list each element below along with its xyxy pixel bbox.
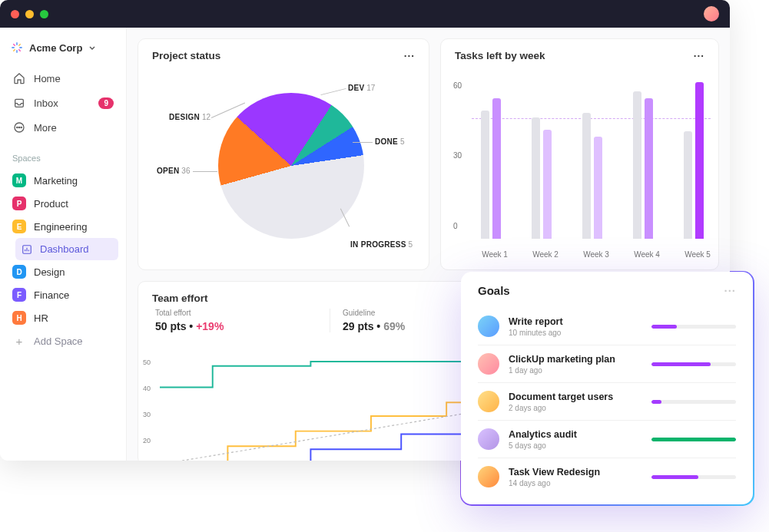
y-tick: 20 bbox=[143, 437, 151, 444]
card-menu-icon[interactable]: ··· bbox=[404, 50, 415, 61]
nav-label: More bbox=[34, 122, 57, 134]
goal-ago: 10 minutes ago bbox=[509, 329, 642, 337]
nav-inbox[interactable]: Inbox 9 bbox=[8, 91, 118, 115]
goal-row[interactable]: Analytics audit5 days ago bbox=[478, 420, 736, 458]
svg-line-7 bbox=[18, 44, 20, 45]
pie-label: DESIGN 12 bbox=[169, 113, 210, 121]
sidebar-item-hr[interactable]: HHR bbox=[8, 306, 118, 329]
goal-ago: 14 days ago bbox=[509, 479, 642, 487]
progress-bar bbox=[651, 475, 736, 479]
card-menu-icon[interactable]: ··· bbox=[724, 284, 736, 297]
add-space-label: Add Space bbox=[34, 335, 83, 347]
svg-point-11 bbox=[21, 127, 22, 127]
pie-label: DONE 5 bbox=[375, 137, 404, 146]
inbox-icon bbox=[12, 96, 26, 110]
progress-bar bbox=[651, 438, 736, 441]
space-icon: M bbox=[12, 173, 26, 187]
card-title: Tasks left by week bbox=[455, 50, 545, 61]
card-title: Team effort bbox=[152, 292, 208, 304]
space-label: HR bbox=[34, 312, 48, 324]
space-label: Finance bbox=[34, 289, 69, 301]
space-label: Product bbox=[34, 198, 68, 210]
pie-chart bbox=[218, 93, 364, 239]
goal-row[interactable]: Task View Redesign14 days ago bbox=[478, 458, 736, 495]
sidebar-item-dashboard[interactable]: Dashboard bbox=[15, 238, 118, 260]
x-label: Week 5 bbox=[675, 250, 721, 259]
more-icon bbox=[12, 121, 26, 134]
minimize-icon[interactable] bbox=[25, 10, 34, 18]
goal-title: Document target users bbox=[509, 392, 642, 402]
close-icon[interactable] bbox=[11, 10, 19, 18]
avatar[interactable] bbox=[704, 6, 719, 21]
svg-point-9 bbox=[17, 127, 18, 127]
home-icon bbox=[12, 71, 26, 85]
space-icon: F bbox=[12, 288, 26, 302]
dashboard-icon bbox=[22, 244, 32, 255]
x-label: Week 2 bbox=[522, 250, 568, 259]
inbox-badge: 9 bbox=[98, 97, 114, 109]
dashboard-label: Dashboard bbox=[40, 243, 89, 255]
space-icon: E bbox=[12, 220, 26, 233]
bar-chart bbox=[472, 70, 711, 239]
x-label: Week 1 bbox=[472, 250, 518, 259]
avatar bbox=[478, 391, 499, 412]
sidebar-item-product[interactable]: PProduct bbox=[8, 192, 118, 215]
goals-title: Goals bbox=[478, 284, 510, 297]
chevron-down-icon bbox=[88, 44, 96, 51]
goal-ago: 1 day ago bbox=[509, 366, 642, 375]
svg-line-4 bbox=[13, 44, 15, 45]
y-tick: 40 bbox=[143, 385, 151, 392]
titlebar bbox=[0, 0, 730, 28]
space-label: Marketing bbox=[34, 175, 78, 187]
sidebar: Acme Corp Home Inbox 9 More Spaces bbox=[0, 28, 127, 461]
spaces-label: Spaces bbox=[12, 154, 114, 163]
x-label: Week 3 bbox=[573, 250, 619, 259]
avatar bbox=[478, 316, 499, 337]
y-tick: 30 bbox=[143, 411, 151, 418]
goal-title: Task View Redesign bbox=[509, 467, 642, 477]
workspace-name: Acme Corp bbox=[29, 42, 82, 54]
progress-bar bbox=[651, 325, 736, 329]
avatar bbox=[478, 428, 499, 450]
nav-home[interactable]: Home bbox=[8, 66, 118, 91]
avatar bbox=[478, 466, 499, 487]
progress-bar bbox=[651, 362, 736, 366]
tasks-left-card: Tasks left by week ··· 60 30 0 Week 1 bbox=[440, 38, 719, 270]
progress-bar bbox=[651, 400, 736, 404]
goals-panel: Goals ··· Write report10 minutes ago Cli… bbox=[461, 272, 753, 504]
space-label: Design bbox=[34, 266, 65, 278]
goal-title: ClickUp marketing plan bbox=[509, 354, 642, 365]
plus-icon: + bbox=[12, 335, 26, 348]
svg-point-10 bbox=[18, 127, 19, 127]
svg-line-5 bbox=[18, 49, 20, 51]
goal-ago: 5 days ago bbox=[509, 441, 642, 450]
space-icon: D bbox=[12, 265, 26, 279]
sidebar-item-engineering[interactable]: EEngineering bbox=[8, 215, 118, 238]
sidebar-item-design[interactable]: DDesign bbox=[8, 260, 118, 283]
pie-label: OPEN 36 bbox=[157, 167, 190, 175]
add-space-button[interactable]: + Add Space bbox=[8, 329, 118, 353]
window-controls bbox=[11, 10, 48, 18]
pie-label: IN PROGRESS 5 bbox=[350, 240, 413, 249]
workspace-icon bbox=[11, 41, 23, 54]
space-icon: P bbox=[12, 197, 26, 210]
sidebar-item-finance[interactable]: FFinance bbox=[8, 283, 118, 306]
metric: Total effort 50 pts • +19% bbox=[152, 309, 330, 332]
sidebar-item-marketing[interactable]: MMarketing bbox=[8, 169, 118, 192]
goal-row[interactable]: Document target users2 days ago bbox=[478, 382, 736, 420]
svg-line-6 bbox=[13, 49, 15, 51]
nav-label: Home bbox=[34, 73, 61, 84]
card-title: Project status bbox=[152, 50, 220, 61]
maximize-icon[interactable] bbox=[40, 10, 48, 18]
goal-row[interactable]: ClickUp marketing plan1 day ago bbox=[478, 345, 736, 382]
nav-more[interactable]: More bbox=[8, 115, 118, 140]
pie-label: DEV 17 bbox=[348, 84, 375, 92]
avatar bbox=[478, 353, 499, 375]
card-menu-icon[interactable]: ··· bbox=[694, 50, 704, 61]
workspace-selector[interactable]: Acme Corp bbox=[8, 37, 118, 58]
goal-title: Analytics audit bbox=[509, 429, 642, 440]
goal-row[interactable]: Write report10 minutes ago bbox=[478, 308, 736, 345]
metric-label: Total effort bbox=[155, 309, 317, 317]
x-label: Week 4 bbox=[624, 250, 670, 259]
space-label: Engineering bbox=[34, 221, 87, 233]
